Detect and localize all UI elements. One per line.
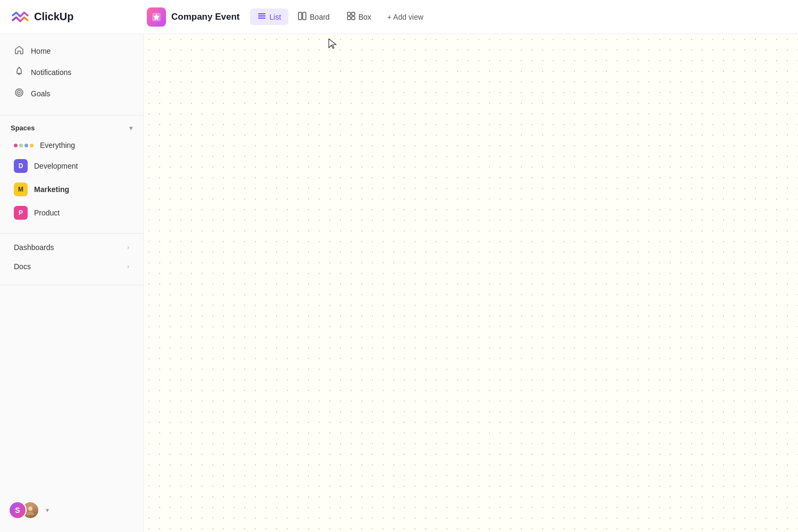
header-nav: Company Event List Board bbox=[147, 7, 787, 27]
spaces-label: Spaces bbox=[11, 124, 35, 132]
user-avatar-s: S bbox=[9, 501, 27, 519]
list-icon bbox=[257, 12, 266, 22]
sidebar-item-goals[interactable]: Goals bbox=[3, 83, 140, 104]
tab-list-label: List bbox=[269, 13, 281, 21]
svg-rect-3 bbox=[258, 18, 265, 19]
board-icon bbox=[298, 12, 306, 22]
sidebar-item-notifications-label: Notifications bbox=[31, 68, 71, 77]
logo-area: ClickUp bbox=[11, 7, 138, 27]
docs-chevron-icon: › bbox=[127, 263, 129, 270]
sidebar-item-development-label: Development bbox=[34, 162, 78, 170]
sidebar-item-marketing[interactable]: M Marketing bbox=[3, 178, 140, 201]
dashboards-chevron-icon: › bbox=[127, 244, 129, 251]
sidebar-item-dashboards[interactable]: Dashboards › bbox=[3, 238, 140, 257]
user-avatar-initial: S bbox=[15, 506, 20, 514]
svg-point-14 bbox=[28, 506, 32, 511]
add-view-label: + Add view bbox=[387, 13, 423, 21]
project-icon bbox=[147, 7, 166, 27]
user-area[interactable]: S ▾ bbox=[0, 495, 143, 526]
svg-rect-5 bbox=[303, 12, 306, 20]
project-name: Company Event bbox=[171, 12, 239, 22]
spaces-chevron-icon: ▾ bbox=[129, 124, 132, 132]
sidebar-item-dashboards-label: Dashboards bbox=[14, 243, 54, 252]
sidebar-item-everything-label: Everything bbox=[40, 141, 75, 149]
tab-board-label: Board bbox=[310, 13, 329, 21]
logo-text: ClickUp bbox=[34, 11, 73, 23]
home-icon bbox=[14, 45, 24, 57]
sidebar-item-development[interactable]: D Development bbox=[3, 154, 140, 178]
box-icon bbox=[347, 12, 355, 22]
main-layout: Home Notifications bbox=[0, 34, 798, 532]
sidebar-item-product-label: Product bbox=[34, 209, 60, 217]
sidebar-item-docs[interactable]: Docs › bbox=[3, 257, 140, 276]
bell-icon bbox=[14, 66, 24, 78]
tab-list[interactable]: List bbox=[250, 9, 288, 25]
avatar-stack: S bbox=[9, 501, 39, 519]
tab-box-label: Box bbox=[359, 13, 371, 21]
sidebar-item-docs-label: Docs bbox=[14, 262, 31, 271]
svg-rect-9 bbox=[352, 16, 355, 20]
add-view-button[interactable]: + Add view bbox=[381, 10, 430, 24]
product-badge-icon: P bbox=[14, 206, 28, 220]
spaces-section: Spaces ▾ Everything D Developmen bbox=[0, 120, 143, 229]
sidebar: Home Notifications bbox=[0, 34, 144, 532]
development-badge-icon: D bbox=[14, 159, 28, 173]
svg-rect-7 bbox=[352, 12, 355, 15]
sidebar-top-nav: Home Notifications bbox=[0, 40, 143, 111]
expandable-section: Dashboards › Docs › bbox=[0, 238, 143, 280]
sidebar-item-notifications[interactable]: Notifications bbox=[3, 62, 140, 83]
divider-3 bbox=[0, 285, 143, 285]
svg-rect-2 bbox=[258, 15, 265, 16]
goals-icon bbox=[14, 88, 24, 99]
sidebar-item-everything[interactable]: Everything bbox=[3, 136, 140, 154]
divider-2 bbox=[0, 233, 143, 234]
user-chevron-icon: ▾ bbox=[46, 506, 49, 514]
tab-board[interactable]: Board bbox=[290, 9, 337, 25]
svg-point-13 bbox=[19, 92, 20, 94]
marketing-badge-icon: M bbox=[14, 182, 28, 196]
divider-1 bbox=[0, 115, 143, 115]
main-content-area bbox=[144, 34, 798, 532]
sidebar-item-home[interactable]: Home bbox=[3, 40, 140, 62]
spaces-header[interactable]: Spaces ▾ bbox=[0, 120, 143, 136]
project-selector[interactable]: Company Event bbox=[147, 7, 239, 27]
everything-dots-icon bbox=[14, 144, 34, 147]
header: ClickUp Company Event List bbox=[0, 0, 798, 34]
sidebar-item-goals-label: Goals bbox=[31, 89, 51, 98]
sidebar-item-product[interactable]: P Product bbox=[3, 201, 140, 225]
clickup-logo-icon bbox=[11, 7, 30, 27]
svg-rect-1 bbox=[258, 13, 265, 14]
sidebar-item-home-label: Home bbox=[31, 47, 51, 55]
sidebar-item-marketing-label: Marketing bbox=[34, 185, 69, 194]
tab-box[interactable]: Box bbox=[339, 9, 379, 25]
svg-rect-6 bbox=[347, 12, 351, 15]
svg-rect-8 bbox=[347, 16, 351, 20]
svg-rect-4 bbox=[298, 12, 302, 20]
